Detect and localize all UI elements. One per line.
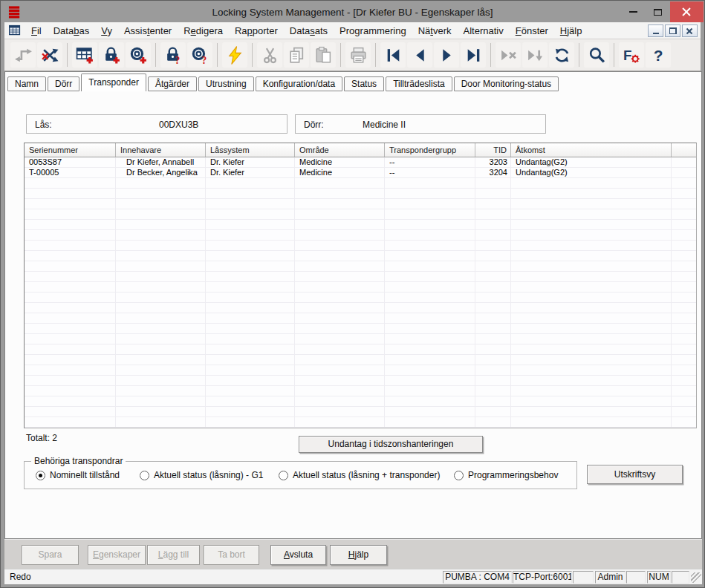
tab-door-monitoring-status[interactable]: Door Monitoring-status xyxy=(454,76,559,91)
door-field-label: Dörr: xyxy=(304,120,324,130)
maximize-icon xyxy=(654,9,662,16)
l-gg-till-button: Lägg till xyxy=(147,545,200,565)
table-gridline xyxy=(294,157,295,428)
menu-n-tverk[interactable]: Nätverk xyxy=(412,23,458,39)
toolbar-cancel-button xyxy=(496,42,521,68)
last-record-icon xyxy=(464,46,483,65)
radio-circle-icon xyxy=(140,471,149,480)
column-header-l-ssystem[interactable]: Låssystem xyxy=(206,143,295,157)
toolbar-separator xyxy=(252,43,253,67)
hj-lp-button[interactable]: Hjälp xyxy=(330,545,387,565)
menu-redigera[interactable]: Redigera xyxy=(178,23,229,39)
toolbar-program-button[interactable] xyxy=(222,42,247,68)
toolbar-filter-button[interactable]: F xyxy=(619,42,644,68)
table-body: 0053S87Dr Kiefer, AnnabellDr. KieferMedi… xyxy=(25,157,696,428)
new-lock-icon xyxy=(103,46,121,65)
tab-tg-rder[interactable]: Åtgärder xyxy=(148,76,197,91)
toolbar-last-record-button[interactable] xyxy=(461,42,486,68)
toolbar-new-transponder-button[interactable] xyxy=(126,42,151,68)
tab-transponder[interactable]: Transponder xyxy=(81,74,146,91)
toolbar-separator xyxy=(155,43,156,67)
mdi-restore-button[interactable] xyxy=(665,24,680,37)
column-header-innehavare[interactable]: Innehavare xyxy=(116,143,206,157)
table-cell: -- xyxy=(385,168,475,178)
toolbar-separator xyxy=(614,43,614,67)
toolbar-next-record-button[interactable] xyxy=(434,42,459,68)
menu-datasats[interactable]: Datasats xyxy=(284,23,334,39)
maximize-button[interactable] xyxy=(646,1,670,22)
table-cell: Medicine xyxy=(295,168,385,178)
table-gridline xyxy=(510,157,511,428)
menu-databas[interactable]: Databas xyxy=(48,23,95,39)
tab-utrustning[interactable]: Utrustning xyxy=(198,76,254,91)
toolbar-disconnect-button[interactable] xyxy=(37,42,62,68)
svg-text:?: ? xyxy=(175,54,180,64)
radio-label: Aktuell status (låsning + transponder) xyxy=(293,470,440,480)
radio-aktuell-status-l-sning-transponder[interactable]: Aktuell status (låsning + transponder) xyxy=(279,470,440,480)
svg-text:?: ? xyxy=(653,46,663,63)
toolbar-cut-button xyxy=(257,42,282,68)
column-header-serienummer[interactable]: Serienummer xyxy=(25,143,116,157)
table-gridline xyxy=(115,157,116,428)
toolbar-previous-record-button[interactable] xyxy=(407,42,432,68)
menu-fil[interactable]: Fil xyxy=(25,23,48,39)
table-cell: Dr Kiefer, Annabell xyxy=(116,157,206,168)
menu-rapporter[interactable]: Rapporter xyxy=(229,23,284,39)
menu-programmering[interactable]: Programmering xyxy=(334,23,412,39)
filter-icon: F xyxy=(623,46,641,65)
tab-status[interactable]: Status xyxy=(344,76,384,91)
radio-programmeringsbehov[interactable]: Programmeringsbehov xyxy=(454,470,558,480)
tab-d-rr[interactable]: Dörr xyxy=(48,76,79,91)
table-row[interactable]: T-00005Dr Becker, AngelikaDr. KieferMedi… xyxy=(25,168,696,178)
toolbar-refresh-button[interactable] xyxy=(549,42,574,68)
timezone-exception-button[interactable]: Undantag i tidszonshanteringen xyxy=(299,436,483,453)
toolbar-read-transponder-button[interactable]: ? xyxy=(187,42,212,68)
toolbar-first-record-button[interactable] xyxy=(380,42,406,68)
toolbar-separator xyxy=(67,43,68,67)
table-cell: -- xyxy=(385,157,475,168)
toolbar-separator xyxy=(217,43,218,67)
table-cell: 0053S87 xyxy=(25,157,116,168)
toolbar-search-button[interactable] xyxy=(584,42,609,68)
tab-tilltr-deslista[interactable]: Tillträdeslista xyxy=(386,76,452,91)
read-transponder-icon: ? xyxy=(191,46,209,65)
minimize-button[interactable] xyxy=(621,1,646,22)
column-header-transpondergrupp[interactable]: Transpondergrupp xyxy=(385,143,475,157)
avsluta-button[interactable]: Avsluta xyxy=(270,545,326,565)
status-message: Redo xyxy=(10,572,31,582)
status-bar: Redo PUMBA : COM4TCP-Port:6001AdminNUM xyxy=(4,569,702,584)
toolbar-read-lock-button[interactable]: ? xyxy=(160,42,186,68)
menu-assistenter[interactable]: Assistenter xyxy=(118,23,178,39)
menu-hj-lp[interactable]: Hjälp xyxy=(554,23,588,39)
menu-alternativ[interactable]: Alternativ xyxy=(458,23,510,39)
column-header-tkomst[interactable]: Åtkomst xyxy=(511,143,672,157)
table-row[interactable]: 0053S87Dr Kiefer, AnnabellDr. KieferMedi… xyxy=(25,157,696,168)
mdi-close-button[interactable] xyxy=(682,24,698,37)
svg-text:F: F xyxy=(623,47,631,62)
tab-konfiguration-data[interactable]: Konfiguration/data xyxy=(256,76,342,91)
column-header-omr-de[interactable]: Område xyxy=(295,143,385,157)
column-header-tid[interactable]: TID xyxy=(475,143,511,157)
mdi-document-icon[interactable] xyxy=(8,24,22,36)
radio-nominellt-tillst-nd[interactable]: Nominellt tillstånd xyxy=(36,470,120,480)
toolbar-separator xyxy=(579,43,579,67)
print-view-button[interactable]: Utskriftsvy xyxy=(587,465,683,484)
status-panel-num: NUM xyxy=(647,571,671,584)
window-title: Locking System Management - [Dr Kiefer B… xyxy=(1,7,704,18)
menu-vy[interactable]: Vy xyxy=(95,23,118,39)
toolbar-help-button[interactable]: ? xyxy=(646,42,671,68)
close-button[interactable] xyxy=(670,1,704,22)
resize-grip[interactable] xyxy=(691,572,701,583)
toolbar-new-locking-system-button[interactable] xyxy=(72,42,97,68)
tab-namn[interactable]: Namn xyxy=(7,76,46,91)
apply-next-icon xyxy=(526,46,545,65)
toolbar-print-button xyxy=(345,42,371,68)
radio-aktuell-status-l-sning-g1[interactable]: Aktuell status (låsning) - G1 xyxy=(140,470,263,480)
ta-bort-button: Ta bort xyxy=(204,545,259,565)
mdi-restore-icon xyxy=(669,27,677,34)
toolbar-new-lock-button[interactable] xyxy=(99,42,124,68)
mdi-minimize-button[interactable] xyxy=(648,24,663,37)
menu-f-nster[interactable]: Fönster xyxy=(510,23,554,39)
radio-label: Aktuell status (låsning) - G1 xyxy=(154,470,263,480)
minimize-icon xyxy=(629,11,637,13)
